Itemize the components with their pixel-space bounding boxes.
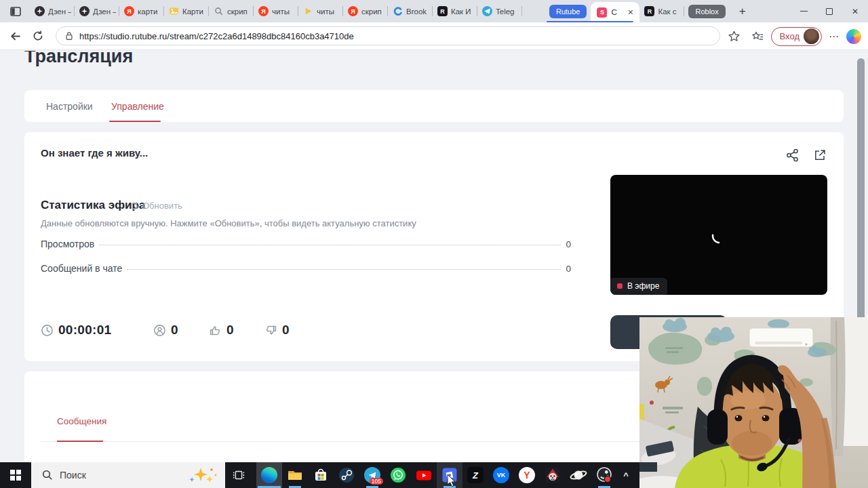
taskbar-search[interactable]: Поиск (31, 462, 225, 488)
copilot-icon[interactable] (846, 29, 861, 44)
steam-taskbar-icon[interactable] (334, 462, 359, 488)
reload-button[interactable] (28, 26, 47, 45)
external-link-icon[interactable] (812, 148, 827, 163)
share-icon[interactable] (785, 148, 800, 163)
browser-tab[interactable]: скрип (209, 0, 254, 22)
live-counters: 00:00:01 0 0 0 (41, 323, 290, 338)
whatsapp-taskbar-icon[interactable] (385, 462, 411, 488)
telegram-badge: 105 (370, 478, 383, 485)
stream-title: Он знает где я живу... (41, 147, 148, 159)
back-button[interactable] (5, 26, 24, 45)
browser-tab[interactable]: RКак с (639, 0, 684, 22)
tab-management[interactable]: Управление (111, 90, 164, 122)
collections-icon[interactable] (748, 27, 767, 46)
telegram-taskbar-icon[interactable]: 105 (359, 462, 385, 488)
stream-preview: В эфире (610, 175, 827, 295)
url-text: https://studio.rutube.ru/stream/c272c2a6… (79, 31, 354, 41)
browser-tab[interactable]: Дзен – (75, 0, 119, 22)
youtube-taskbar-icon[interactable] (411, 462, 437, 488)
tab-group-rutube[interactable]: Rutube (549, 5, 587, 18)
image-favicon (169, 6, 179, 16)
browser-tab[interactable]: Якарти (119, 0, 164, 22)
sparkle-icon (187, 466, 218, 485)
window-maximize-button[interactable] (816, 0, 842, 22)
browser-tab[interactable]: читы (298, 0, 343, 22)
thumb-up-icon (209, 324, 222, 337)
browser-tab[interactable]: Teleg (477, 0, 522, 22)
browser-menu-icon[interactable]: ⋯ (826, 30, 842, 43)
dzen-favicon (79, 6, 90, 16)
likes-counter: 0 (209, 323, 264, 338)
refresh-icon (130, 201, 139, 211)
tab-messages[interactable]: Сообщения (57, 416, 106, 426)
character-app-taskbar-icon[interactable] (540, 462, 566, 488)
search-icon (42, 470, 53, 481)
live-badge: В эфире (610, 278, 667, 295)
viewers-icon (153, 324, 166, 337)
window-close-button[interactable]: ✕ (842, 0, 868, 22)
telegram-favicon (482, 6, 492, 16)
login-button[interactable]: Вход (771, 27, 822, 46)
microsoft-store-taskbar-icon[interactable] (308, 462, 334, 488)
obs-taskbar-icon[interactable] (591, 462, 617, 488)
yandex-favicon: Я (258, 6, 269, 16)
active-tab-underline (109, 121, 161, 123)
file-explorer-taskbar-icon[interactable] (282, 462, 308, 488)
bookmark-star-icon[interactable] (725, 27, 744, 46)
loading-spinner (711, 227, 728, 245)
edge-taskbar-icon[interactable] (256, 462, 282, 488)
url-bar[interactable]: https://studio.rutube.ru/stream/c272c2a6… (56, 26, 720, 45)
webcam-overlay (639, 317, 868, 488)
stat-row-messages: Сообщений в чате 0 (41, 263, 571, 274)
browser-tab[interactable]: Яскрип (343, 0, 388, 22)
nav-tabs-card: Настройки Управление (24, 90, 844, 122)
browser-tab[interactable]: Ячиты (254, 0, 298, 22)
vk-taskbar-icon[interactable]: VK (488, 462, 514, 488)
tab-settings[interactable]: Настройки (46, 90, 93, 122)
tab-group-roblox[interactable]: Roblox (688, 5, 725, 18)
browser-tab[interactable]: Дзен – (30, 0, 75, 22)
active-tab[interactable]: S С ✕ (591, 2, 639, 22)
saturn-app-taskbar-icon[interactable] (566, 462, 591, 488)
browser-tab[interactable]: RКак И (433, 0, 477, 22)
start-button[interactable] (0, 462, 31, 488)
window-minimize-button[interactable] (791, 0, 816, 22)
tab-layout-icon[interactable] (8, 4, 23, 19)
rutube-studio-favicon: S (597, 7, 607, 18)
tray-chevron-icon[interactable]: ^ (617, 470, 635, 481)
viewers-counter: 0 (153, 323, 209, 338)
dislikes-counter: 0 (264, 323, 290, 338)
browser-tab[interactable]: Карти (164, 0, 209, 22)
windows-logo-icon (10, 470, 22, 481)
live-dot-icon (617, 283, 623, 289)
browser-tab[interactable]: Brook (388, 0, 433, 22)
refresh-button[interactable]: Обновить (130, 201, 182, 211)
browser-tab-strip: Дзен – Дзен – Якарти Карти скрип Ячиты ч… (0, 0, 868, 22)
page-title: Трансляция (24, 51, 133, 67)
dotted-leader (127, 269, 561, 270)
mouse-cursor (447, 474, 456, 487)
play-favicon (303, 6, 313, 16)
scrollbar-thumb[interactable] (857, 58, 865, 340)
rutube-favicon: R (644, 6, 654, 16)
yandex-browser-taskbar-icon[interactable]: Y (514, 462, 540, 488)
z-app-taskbar-icon[interactable]: Z (462, 462, 488, 488)
thumb-down-icon (264, 324, 277, 337)
clock-icon (41, 324, 54, 337)
new-tab-button[interactable]: + (739, 5, 746, 18)
dzen-favicon (35, 6, 45, 16)
stats-note: Данные обновляются вручную. Нажмите «Обн… (41, 218, 416, 228)
yandex-favicon: Я (348, 6, 358, 16)
task-view-button[interactable] (225, 462, 252, 488)
tab-close-icon[interactable]: ✕ (627, 9, 633, 16)
stat-row-views: Просмотров 0 (41, 239, 571, 249)
rutube-favicon: R (437, 6, 448, 16)
duration-counter: 00:00:01 (41, 323, 153, 338)
browser-toolbar: https://studio.rutube.ru/stream/c272c2a6… (0, 22, 868, 50)
yandex-favicon: Я (124, 6, 134, 16)
brookhaven-favicon (393, 6, 403, 16)
lock-icon (64, 31, 74, 41)
messages-tab-underline (57, 441, 103, 442)
avatar (804, 28, 819, 44)
dotted-leader (99, 245, 561, 245)
